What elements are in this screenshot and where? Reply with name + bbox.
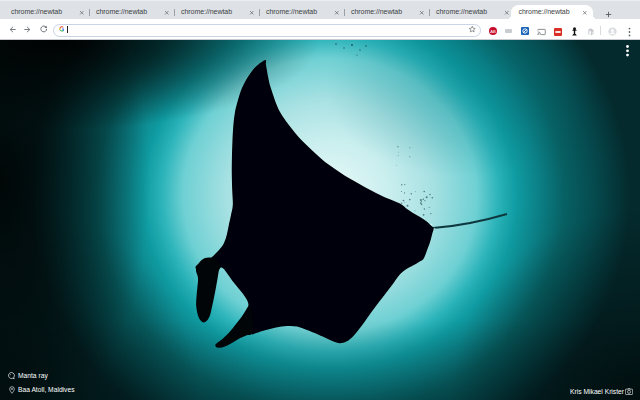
svg-text:AB: AB (491, 29, 497, 34)
